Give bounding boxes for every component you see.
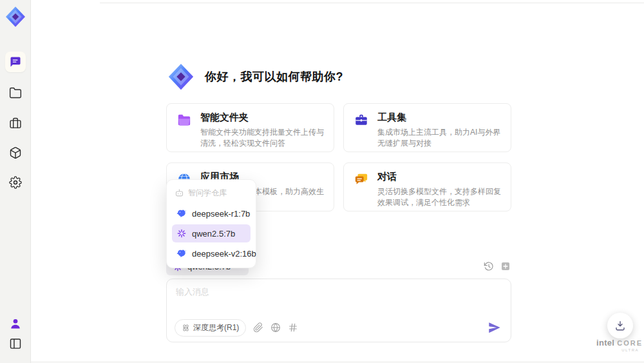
repository-icon (175, 188, 184, 198)
card-description: 智能文件夹功能支持批量文件上传与清洗，轻松实现文件问答 (200, 127, 325, 150)
card-smart-folder[interactable]: 智能文件夹 智能文件夹功能支持批量文件上传与清洗，轻松实现文件问答 (166, 103, 334, 152)
globe-icon[interactable] (270, 322, 281, 333)
folder-purple-icon (177, 113, 191, 127)
hero-logo-icon (166, 62, 196, 92)
composer-toolbar: 深度思考(R1) (175, 319, 502, 336)
folder-icon (9, 86, 22, 99)
bottom-divider (0, 362, 644, 362)
qwen-star-icon (176, 228, 187, 239)
paperclip-icon[interactable] (253, 322, 263, 333)
intel-product-text: core (617, 339, 643, 347)
card-title: 智能文件夹 (200, 112, 325, 124)
card-chat[interactable]: 对话 灵活切换多模型文件，支持多样回复效果调试，满足个性化需求 (343, 162, 511, 211)
gear-icon (9, 176, 22, 189)
deepseek-whale-icon (176, 248, 187, 259)
download-icon (614, 320, 626, 331)
app-window: 你好，我可以如何帮助你? 智能文件夹 智能文件夹功能支持批量文件上传与清洗，轻松… (0, 0, 644, 363)
model-option-label: deepseek-r1:7b (192, 209, 250, 219)
model-option-deepseek-v2[interactable]: deepseek-v2:16b (172, 244, 251, 262)
intel-core-badge: intel core ultra (596, 338, 643, 352)
briefcase-indigo-icon (354, 113, 368, 127)
model-option-label: qwen2.5:7b (192, 229, 235, 239)
model-dropdown: 智问学仓库 deepseek-r1:7b qwen2.5:7b (166, 179, 256, 268)
card-description: 集成市场上主流工具，助力AI与外界无缝扩展与对接 (377, 127, 502, 150)
atom-icon (182, 324, 190, 332)
sidebar-item-settings[interactable] (5, 172, 26, 193)
page-title: 你好，我可以如何帮助你? (205, 62, 343, 92)
history-button[interactable] (483, 260, 495, 272)
model-option-deepseek-r1[interactable]: deepseek-r1:7b (172, 204, 251, 222)
sidebar-item-user[interactable] (5, 313, 26, 334)
card-description: 灵活切换多模型文件，支持多样回复效果调试，满足个性化需求 (377, 186, 502, 209)
top-divider (100, 3, 644, 3)
sidebar-item-panel-toggle[interactable] (5, 333, 26, 354)
cube-icon (9, 146, 22, 159)
model-option-label: deepseek-v2:16b (192, 249, 256, 259)
model-option-qwen[interactable]: qwen2.5:7b (172, 224, 251, 242)
sidebar (0, 0, 31, 363)
deepseek-whale-icon (176, 208, 187, 219)
model-dropdown-header-label: 智问学仓库 (188, 188, 227, 199)
intel-sub-text: ultra (596, 348, 643, 352)
card-toolset[interactable]: 工具集 集成市场上主流工具，助力AI与外界无缝扩展与对接 (343, 103, 511, 152)
message-input[interactable] (176, 286, 502, 315)
model-dropdown-header: 智问学仓库 (172, 185, 251, 202)
sidebar-item-models[interactable] (5, 142, 26, 163)
sidebar-item-chat[interactable] (5, 52, 26, 72)
deep-think-toggle[interactable]: 深度思考(R1) (175, 319, 246, 337)
intel-brand-text: intel (596, 338, 614, 348)
deep-think-label: 深度思考(R1) (193, 322, 239, 333)
composer: 深度思考(R1) (166, 279, 511, 342)
user-icon (9, 317, 22, 330)
history-icon (484, 261, 494, 271)
new-chat-icon (500, 261, 511, 271)
chat-bubble-icon (9, 55, 22, 68)
briefcase-icon (9, 117, 22, 130)
card-title: 工具集 (377, 112, 502, 124)
new-chat-button[interactable] (500, 260, 511, 272)
hash-icon[interactable] (288, 322, 298, 333)
app-logo-icon (4, 5, 27, 28)
chat-yellow-icon (354, 172, 368, 186)
card-title: 对话 (377, 171, 502, 183)
sidebar-item-toolbox[interactable] (5, 113, 26, 133)
composer-topbar (483, 260, 511, 272)
panel-toggle-icon (9, 337, 22, 350)
send-button[interactable] (488, 320, 502, 335)
download-button[interactable] (607, 313, 633, 338)
sidebar-item-folders[interactable] (5, 83, 26, 103)
